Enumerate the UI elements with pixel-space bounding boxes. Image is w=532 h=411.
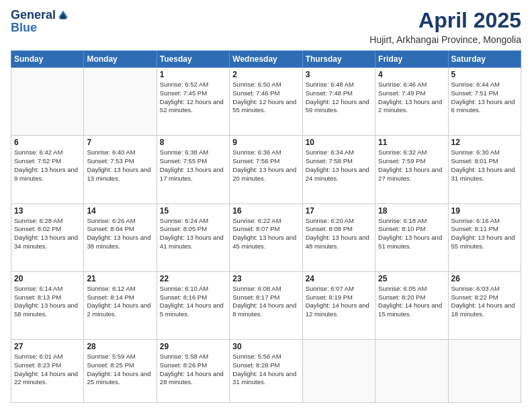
day-info: Sunrise: 6:20 AM Sunset: 8:08 PM Dayligh… bbox=[306, 217, 372, 251]
calendar-cell bbox=[11, 68, 84, 136]
day-number: 26 bbox=[451, 274, 518, 283]
header: General Blue April 2025 Hujirt, Arkhanga… bbox=[11, 8, 521, 45]
day-number: 10 bbox=[306, 138, 372, 147]
day-number: 7 bbox=[87, 138, 153, 147]
subtitle: Hujirt, Arkhangai Province, Mongolia bbox=[369, 34, 521, 45]
day-info: Sunrise: 6:30 AM Sunset: 8:01 PM Dayligh… bbox=[451, 148, 518, 183]
day-info: Sunrise: 6:32 AM Sunset: 7:59 PM Dayligh… bbox=[378, 148, 445, 183]
calendar-header-row: SundayMondayTuesdayWednesdayThursdayFrid… bbox=[11, 51, 521, 68]
calendar-cell: 17Sunrise: 6:20 AM Sunset: 8:08 PM Dayli… bbox=[302, 203, 375, 271]
day-info: Sunrise: 6:36 AM Sunset: 7:56 PM Dayligh… bbox=[232, 148, 299, 183]
day-number: 30 bbox=[232, 342, 299, 351]
day-info: Sunrise: 6:46 AM Sunset: 7:49 PM Dayligh… bbox=[378, 81, 445, 115]
calendar-cell: 20Sunrise: 6:14 AM Sunset: 8:13 PM Dayli… bbox=[11, 271, 84, 339]
day-info: Sunrise: 6:48 AM Sunset: 7:48 PM Dayligh… bbox=[306, 81, 372, 115]
day-number: 23 bbox=[232, 274, 299, 283]
day-number: 18 bbox=[378, 206, 445, 216]
day-info: Sunrise: 6:12 AM Sunset: 8:14 PM Dayligh… bbox=[87, 285, 153, 319]
calendar-cell: 4Sunrise: 6:46 AM Sunset: 7:49 PM Daylig… bbox=[375, 68, 448, 136]
calendar-cell: 1Sunrise: 6:52 AM Sunset: 7:45 PM Daylig… bbox=[157, 68, 229, 136]
day-info: Sunrise: 6:07 AM Sunset: 8:19 PM Dayligh… bbox=[306, 285, 372, 319]
day-info: Sunrise: 5:58 AM Sunset: 8:26 PM Dayligh… bbox=[160, 353, 226, 387]
day-info: Sunrise: 6:03 AM Sunset: 8:22 PM Dayligh… bbox=[451, 285, 518, 319]
calendar-cell: 3Sunrise: 6:48 AM Sunset: 7:48 PM Daylig… bbox=[302, 68, 375, 136]
day-info: Sunrise: 6:22 AM Sunset: 8:07 PM Dayligh… bbox=[232, 217, 299, 251]
page: General Blue April 2025 Hujirt, Arkhanga… bbox=[0, 0, 532, 411]
logo-text: General bbox=[11, 8, 69, 22]
day-info: Sunrise: 6:16 AM Sunset: 8:11 PM Dayligh… bbox=[451, 217, 518, 251]
day-info: Sunrise: 6:50 AM Sunset: 7:46 PM Dayligh… bbox=[232, 81, 299, 115]
calendar-cell bbox=[302, 340, 375, 403]
day-number: 1 bbox=[160, 70, 226, 79]
day-number: 19 bbox=[451, 206, 518, 216]
day-number: 9 bbox=[232, 138, 299, 147]
day-number: 14 bbox=[87, 206, 153, 216]
day-number: 21 bbox=[87, 274, 153, 283]
day-info: Sunrise: 6:52 AM Sunset: 7:45 PM Dayligh… bbox=[160, 81, 226, 115]
calendar-week-row: 27Sunrise: 6:01 AM Sunset: 8:23 PM Dayli… bbox=[11, 340, 521, 403]
weekday-header-sunday: Sunday bbox=[11, 51, 84, 68]
logo-icon bbox=[57, 9, 69, 21]
calendar-week-row: 13Sunrise: 6:28 AM Sunset: 8:02 PM Dayli… bbox=[11, 203, 521, 271]
weekday-header-tuesday: Tuesday bbox=[157, 51, 229, 68]
day-info: Sunrise: 6:24 AM Sunset: 8:05 PM Dayligh… bbox=[160, 217, 226, 251]
calendar-cell: 8Sunrise: 6:38 AM Sunset: 7:55 PM Daylig… bbox=[157, 136, 229, 203]
day-info: Sunrise: 6:26 AM Sunset: 8:04 PM Dayligh… bbox=[87, 217, 153, 251]
calendar-cell: 25Sunrise: 6:05 AM Sunset: 8:20 PM Dayli… bbox=[375, 271, 448, 339]
day-info: Sunrise: 6:14 AM Sunset: 8:13 PM Dayligh… bbox=[14, 285, 81, 319]
calendar-cell: 16Sunrise: 6:22 AM Sunset: 8:07 PM Dayli… bbox=[230, 203, 302, 271]
calendar-week-row: 1Sunrise: 6:52 AM Sunset: 7:45 PM Daylig… bbox=[11, 68, 521, 136]
day-number: 2 bbox=[232, 70, 299, 79]
day-info: Sunrise: 6:40 AM Sunset: 7:53 PM Dayligh… bbox=[87, 148, 153, 183]
day-number: 16 bbox=[232, 206, 299, 216]
calendar-cell: 12Sunrise: 6:30 AM Sunset: 8:01 PM Dayli… bbox=[448, 136, 521, 203]
calendar-cell: 9Sunrise: 6:36 AM Sunset: 7:56 PM Daylig… bbox=[230, 136, 302, 203]
day-info: Sunrise: 5:59 AM Sunset: 8:25 PM Dayligh… bbox=[87, 353, 153, 387]
day-number: 22 bbox=[160, 274, 226, 283]
weekday-header-wednesday: Wednesday bbox=[230, 51, 302, 68]
weekday-header-monday: Monday bbox=[84, 51, 157, 68]
calendar-cell: 28Sunrise: 5:59 AM Sunset: 8:25 PM Dayli… bbox=[84, 340, 157, 403]
day-number: 27 bbox=[14, 342, 81, 351]
day-number: 4 bbox=[378, 70, 445, 79]
calendar-cell: 24Sunrise: 6:07 AM Sunset: 8:19 PM Dayli… bbox=[302, 271, 375, 339]
day-info: Sunrise: 6:44 AM Sunset: 7:51 PM Dayligh… bbox=[451, 81, 518, 115]
calendar-cell: 6Sunrise: 6:42 AM Sunset: 7:52 PM Daylig… bbox=[11, 136, 84, 203]
day-info: Sunrise: 6:08 AM Sunset: 8:17 PM Dayligh… bbox=[232, 285, 299, 319]
logo: General Blue bbox=[11, 8, 69, 35]
weekday-header-thursday: Thursday bbox=[302, 51, 375, 68]
calendar-cell bbox=[84, 68, 157, 136]
calendar-week-row: 6Sunrise: 6:42 AM Sunset: 7:52 PM Daylig… bbox=[11, 136, 521, 203]
day-number: 8 bbox=[160, 138, 226, 147]
calendar-cell: 2Sunrise: 6:50 AM Sunset: 7:46 PM Daylig… bbox=[230, 68, 302, 136]
calendar-cell: 21Sunrise: 6:12 AM Sunset: 8:14 PM Dayli… bbox=[84, 271, 157, 339]
calendar-cell bbox=[448, 340, 521, 403]
day-number: 25 bbox=[378, 274, 445, 283]
calendar-cell bbox=[375, 340, 448, 403]
calendar-cell: 22Sunrise: 6:10 AM Sunset: 8:16 PM Dayli… bbox=[157, 271, 229, 339]
day-info: Sunrise: 6:28 AM Sunset: 8:02 PM Dayligh… bbox=[14, 217, 81, 251]
calendar-cell: 10Sunrise: 6:34 AM Sunset: 7:58 PM Dayli… bbox=[302, 136, 375, 203]
calendar-cell: 23Sunrise: 6:08 AM Sunset: 8:17 PM Dayli… bbox=[230, 271, 302, 339]
day-number: 15 bbox=[160, 206, 226, 216]
day-info: Sunrise: 6:10 AM Sunset: 8:16 PM Dayligh… bbox=[160, 285, 226, 319]
calendar-cell: 26Sunrise: 6:03 AM Sunset: 8:22 PM Dayli… bbox=[448, 271, 521, 339]
calendar-cell: 19Sunrise: 6:16 AM Sunset: 8:11 PM Dayli… bbox=[448, 203, 521, 271]
day-info: Sunrise: 6:18 AM Sunset: 8:10 PM Dayligh… bbox=[378, 217, 445, 251]
day-info: Sunrise: 6:38 AM Sunset: 7:55 PM Dayligh… bbox=[160, 148, 226, 183]
calendar-week-row: 20Sunrise: 6:14 AM Sunset: 8:13 PM Dayli… bbox=[11, 271, 521, 339]
title-section: April 2025 Hujirt, Arkhangai Province, M… bbox=[369, 8, 521, 45]
day-number: 11 bbox=[378, 138, 445, 147]
calendar-cell: 27Sunrise: 6:01 AM Sunset: 8:23 PM Dayli… bbox=[11, 340, 84, 403]
day-number: 12 bbox=[451, 138, 518, 147]
day-info: Sunrise: 6:05 AM Sunset: 8:20 PM Dayligh… bbox=[378, 285, 445, 319]
day-number: 6 bbox=[14, 138, 81, 147]
day-info: Sunrise: 6:01 AM Sunset: 8:23 PM Dayligh… bbox=[14, 353, 81, 387]
calendar-cell: 13Sunrise: 6:28 AM Sunset: 8:02 PM Dayli… bbox=[11, 203, 84, 271]
calendar-cell: 30Sunrise: 5:56 AM Sunset: 8:28 PM Dayli… bbox=[230, 340, 302, 403]
weekday-header-friday: Friday bbox=[375, 51, 448, 68]
day-number: 17 bbox=[306, 206, 372, 216]
day-info: Sunrise: 6:42 AM Sunset: 7:52 PM Dayligh… bbox=[14, 148, 81, 183]
day-number: 5 bbox=[451, 70, 518, 79]
day-info: Sunrise: 5:56 AM Sunset: 8:28 PM Dayligh… bbox=[232, 353, 299, 387]
